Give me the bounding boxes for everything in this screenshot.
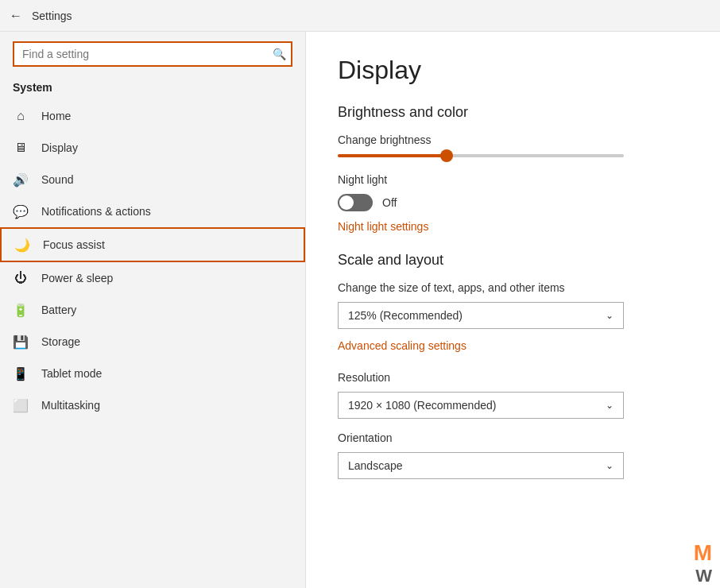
sidebar-item-notifications-label: Notifications & actions bbox=[41, 205, 151, 218]
sidebar-item-storage[interactable]: 💾 Storage bbox=[0, 326, 305, 358]
sidebar-item-battery[interactable]: 🔋 Battery bbox=[0, 294, 305, 326]
storage-icon: 💾 bbox=[13, 334, 29, 350]
night-light-label: Night light bbox=[338, 173, 688, 186]
search-input[interactable] bbox=[13, 41, 292, 67]
night-light-row: Off bbox=[338, 194, 688, 211]
page-title: Display bbox=[338, 56, 688, 85]
watermark-w: W bbox=[695, 566, 712, 586]
orientation-dropdown-value: Landscape bbox=[348, 459, 403, 472]
back-button[interactable]: ← bbox=[10, 9, 22, 23]
sidebar-item-sound-label: Sound bbox=[41, 173, 73, 186]
tablet-mode-icon: 📱 bbox=[13, 366, 29, 381]
watermark-m: M bbox=[694, 540, 712, 566]
brightness-slider-fill bbox=[338, 154, 447, 157]
title-bar: ← Settings bbox=[0, 0, 720, 32]
sidebar-item-multitasking[interactable]: ⬜ Multitasking bbox=[0, 389, 305, 421]
home-icon: ⌂ bbox=[13, 108, 29, 124]
sidebar-item-display[interactable]: 🖥 Display bbox=[0, 132, 305, 164]
display-icon: 🖥 bbox=[13, 140, 29, 156]
scale-layout-heading: Scale and layout bbox=[338, 252, 688, 269]
brightness-label: Change brightness bbox=[338, 133, 688, 146]
sidebar-item-display-label: Display bbox=[41, 141, 78, 154]
orientation-dropdown-chevron: ⌄ bbox=[606, 460, 614, 471]
power-sleep-icon: ⏻ bbox=[13, 270, 29, 286]
brightness-color-heading: Brightness and color bbox=[338, 104, 688, 121]
battery-icon: 🔋 bbox=[13, 302, 29, 318]
resolution-label: Resolution bbox=[338, 371, 688, 384]
night-light-state: Off bbox=[382, 196, 397, 209]
brightness-slider-track[interactable] bbox=[338, 154, 624, 157]
sidebar-item-storage-label: Storage bbox=[41, 335, 80, 348]
resolution-dropdown-value: 1920 × 1080 (Recommended) bbox=[348, 399, 496, 412]
sidebar-item-tablet-mode[interactable]: 📱 Tablet mode bbox=[0, 358, 305, 389]
advanced-scaling-link[interactable]: Advanced scaling settings bbox=[338, 339, 466, 352]
orientation-dropdown[interactable]: Landscape ⌄ bbox=[338, 452, 624, 479]
title-bar-title: Settings bbox=[32, 10, 72, 22]
sidebar-item-home[interactable]: ⌂ Home bbox=[0, 100, 305, 132]
sidebar-item-power-sleep-label: Power & sleep bbox=[41, 272, 113, 284]
sidebar-item-sound[interactable]: 🔊 Sound bbox=[0, 164, 305, 195]
resolution-dropdown[interactable]: 1920 × 1080 (Recommended) ⌄ bbox=[338, 392, 624, 419]
sidebar-item-home-label: Home bbox=[41, 110, 71, 122]
resolution-dropdown-chevron: ⌄ bbox=[606, 400, 614, 411]
content-area: Display Brightness and color Change brig… bbox=[306, 32, 720, 588]
night-light-settings-link[interactable]: Night light settings bbox=[338, 220, 428, 233]
scale-dropdown-value: 125% (Recommended) bbox=[348, 309, 463, 322]
sidebar-item-focus-assist-label: Focus assist bbox=[43, 238, 105, 251]
brightness-slider-container: Change brightness bbox=[338, 133, 688, 157]
sidebar-item-focus-assist[interactable]: 🌙 Focus assist bbox=[0, 227, 305, 262]
sound-icon: 🔊 bbox=[13, 172, 29, 188]
sidebar-item-tablet-mode-label: Tablet mode bbox=[41, 367, 102, 380]
orientation-dropdown-container: Landscape ⌄ bbox=[338, 452, 688, 479]
resolution-dropdown-container: 1920 × 1080 (Recommended) ⌄ bbox=[338, 392, 688, 419]
scale-dropdown[interactable]: 125% (Recommended) ⌄ bbox=[338, 302, 624, 329]
sidebar-item-notifications[interactable]: 💬 Notifications & actions bbox=[0, 195, 305, 227]
night-light-section: Night light Off bbox=[338, 173, 688, 211]
watermark: M W bbox=[672, 540, 712, 580]
search-container: 🔍 bbox=[0, 32, 305, 76]
focus-assist-icon: 🌙 bbox=[14, 237, 30, 253]
toggle-knob bbox=[339, 195, 354, 210]
sidebar-item-multitasking-label: Multitasking bbox=[41, 399, 100, 412]
multitasking-icon: ⬜ bbox=[13, 397, 29, 413]
orientation-label: Orientation bbox=[338, 431, 688, 444]
sidebar-item-power-sleep[interactable]: ⏻ Power & sleep bbox=[0, 262, 305, 294]
sidebar: 🔍 System ⌂ Home 🖥 Display 🔊 Sound 💬 Noti… bbox=[0, 32, 306, 588]
night-light-toggle[interactable] bbox=[338, 194, 373, 211]
scale-label: Change the size of text, apps, and other… bbox=[338, 281, 688, 294]
search-wrapper: 🔍 bbox=[13, 41, 292, 67]
scale-dropdown-chevron: ⌄ bbox=[606, 310, 614, 321]
notifications-icon: 💬 bbox=[13, 203, 29, 219]
scale-dropdown-container: 125% (Recommended) ⌄ bbox=[338, 302, 688, 329]
sidebar-section-title: System bbox=[0, 76, 305, 100]
brightness-slider-thumb[interactable] bbox=[440, 149, 453, 162]
main-layout: 🔍 System ⌂ Home 🖥 Display 🔊 Sound 💬 Noti… bbox=[0, 32, 720, 588]
sidebar-item-battery-label: Battery bbox=[41, 304, 76, 316]
